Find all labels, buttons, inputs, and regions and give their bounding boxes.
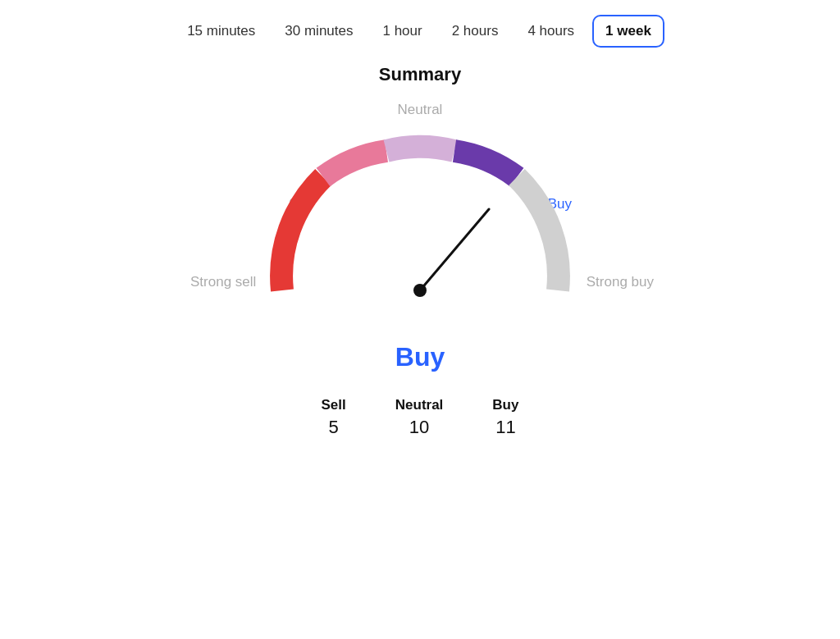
stat-label: Sell <box>322 397 346 413</box>
time-filter-btn[interactable]: 1 week <box>592 15 664 48</box>
label-strong-sell: Strong sell <box>190 274 256 290</box>
time-filter-btn[interactable]: 2 hours <box>441 16 510 46</box>
stat-value: 10 <box>409 417 429 438</box>
svg-point-1 <box>413 284 427 297</box>
label-strong-buy: Strong buy <box>587 274 654 290</box>
stat-item: Sell5 <box>322 397 346 438</box>
svg-line-0 <box>420 209 489 290</box>
gauge-needle <box>248 126 592 307</box>
stat-item: Buy11 <box>492 397 518 438</box>
time-filter-bar: 15 minutes30 minutes1 hour2 hours4 hours… <box>0 0 840 56</box>
summary-title: Summary <box>379 64 461 85</box>
stat-label: Buy <box>492 397 518 413</box>
time-filter-btn[interactable]: 30 minutes <box>273 16 364 46</box>
label-neutral: Neutral <box>398 102 443 118</box>
gauge-area: Neutral Sell Buy Strong sell Strong buy <box>182 102 658 381</box>
signal-label: Buy <box>395 342 445 372</box>
stat-value: 5 <box>329 417 339 438</box>
summary-section: Summary Neutral Sell Buy Strong sell Str… <box>0 64 840 438</box>
stat-label: Neutral <box>395 397 444 413</box>
stat-value: 11 <box>495 417 515 438</box>
stat-item: Neutral10 <box>395 397 444 438</box>
stats-row: Sell5Neutral10Buy11 <box>322 397 519 438</box>
time-filter-btn[interactable]: 15 minutes <box>176 16 267 46</box>
time-filter-btn[interactable]: 4 hours <box>516 16 586 46</box>
time-filter-btn[interactable]: 1 hour <box>371 16 433 46</box>
